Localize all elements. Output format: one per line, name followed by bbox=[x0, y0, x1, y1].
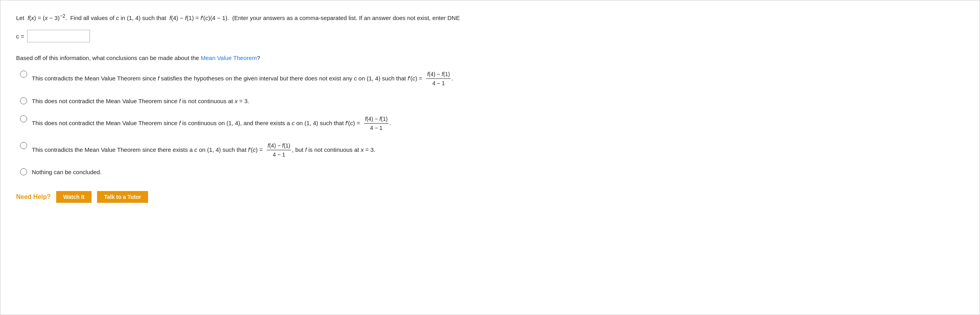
option-text-2: This does not contradict the Mean Value … bbox=[32, 97, 249, 106]
problem-section: Let f(x) = (x − 3)−2. Find all values of… bbox=[16, 12, 964, 42]
radio-option-1: This contradicts the Mean Value Theorem … bbox=[20, 70, 964, 88]
input-row: c = bbox=[16, 30, 964, 42]
talk-to-tutor-button[interactable]: Talk to a Tutor bbox=[97, 191, 148, 203]
radio-button-5[interactable] bbox=[20, 168, 27, 175]
option-text-3: This does not contradict the Mean Value … bbox=[32, 115, 391, 133]
need-help-section: Need Help? Watch It Talk to a Tutor bbox=[16, 191, 964, 203]
fraction-1: f(4) − f(1) 4 − 1 bbox=[426, 70, 451, 88]
radio-button-4[interactable] bbox=[20, 142, 27, 149]
fraction-1-denominator: 4 − 1 bbox=[432, 79, 446, 87]
conclusion-section: Based off of this information, what conc… bbox=[16, 53, 964, 177]
c-equals-label: c = bbox=[16, 33, 24, 40]
fraction-1-numerator: f(4) − f(1) bbox=[426, 70, 451, 79]
fraction-3-numerator: f(4) − f(1) bbox=[364, 115, 388, 124]
fraction-4-denominator: 4 − 1 bbox=[272, 150, 286, 159]
conclusion-prefix: Based off of this information, what conc… bbox=[16, 55, 201, 61]
option-text-5: Nothing can be concluded. bbox=[32, 168, 102, 177]
main-container: Let f(x) = (x − 3)−2. Find all values of… bbox=[0, 0, 980, 315]
fraction-3-denominator: 4 − 1 bbox=[369, 124, 383, 132]
option-text-1: This contradicts the Mean Value Theorem … bbox=[32, 70, 453, 88]
watch-it-button[interactable]: Watch It bbox=[56, 191, 92, 203]
radio-option-4: This contradicts the Mean Value Theorem … bbox=[20, 141, 964, 159]
fraction-4: f(4) − f(1) 4 − 1 bbox=[267, 141, 291, 159]
radio-button-3[interactable] bbox=[20, 115, 27, 122]
radio-options: This contradicts the Mean Value Theorem … bbox=[20, 70, 964, 177]
radio-button-2[interactable] bbox=[20, 97, 27, 104]
option-text-4: This contradicts the Mean Value Theorem … bbox=[32, 141, 376, 159]
radio-button-1[interactable] bbox=[20, 71, 27, 78]
conclusion-question: Based off of this information, what conc… bbox=[16, 53, 964, 63]
c-answer-input[interactable] bbox=[27, 30, 90, 42]
problem-statement: Let f(x) = (x − 3)−2. Find all values of… bbox=[16, 12, 964, 23]
radio-option-2: This does not contradict the Mean Value … bbox=[20, 97, 964, 106]
fraction-4-numerator: f(4) − f(1) bbox=[267, 141, 291, 150]
mvt-link[interactable]: Mean Value Theorem bbox=[201, 55, 257, 61]
fraction-3: f(4) − f(1) 4 − 1 bbox=[364, 115, 388, 133]
radio-option-5: Nothing can be concluded. bbox=[20, 168, 964, 177]
radio-option-3: This does not contradict the Mean Value … bbox=[20, 115, 964, 133]
need-help-label: Need Help? bbox=[16, 193, 51, 200]
conclusion-suffix: ? bbox=[257, 55, 260, 61]
